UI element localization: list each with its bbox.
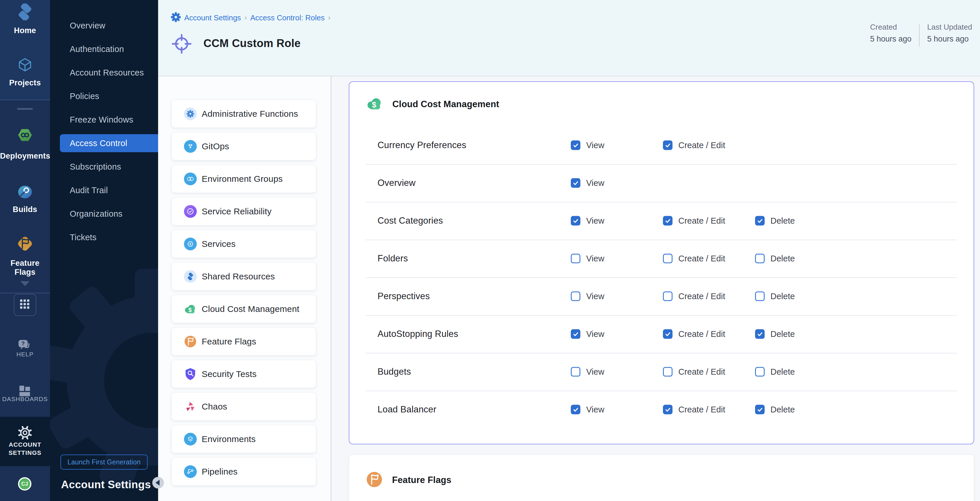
sidebar-item-access-control[interactable]: Access Control: [60, 134, 158, 152]
meta-block: Created5 hours agoLast Updated5 hours ag…: [870, 23, 972, 46]
checkbox-view[interactable]: View: [571, 367, 604, 377]
avatar[interactable]: CJ: [18, 477, 32, 490]
meta-last-updated: Last Updated5 hours ago: [927, 23, 972, 46]
resource-item-cloud-cost-management[interactable]: $Cloud Cost Management: [172, 295, 316, 323]
sidebar-item-account-resources[interactable]: Account Resources: [50, 61, 158, 84]
permission-row-overview: Overview View: [349, 164, 974, 202]
pipelines-icon: [184, 465, 197, 478]
services-icon: [184, 238, 197, 251]
meta-divider: [919, 24, 920, 46]
resource-item-feature-flags[interactable]: Feature Flags: [172, 327, 316, 355]
projects-cube-icon: [0, 57, 50, 74]
sidebar-item-organizations[interactable]: Organizations: [50, 202, 158, 226]
rail-section-dash: [17, 108, 33, 110]
service-reliability-icon: [184, 205, 197, 218]
checkbox-delete[interactable]: Delete: [755, 216, 795, 226]
checkbox-create-edit[interactable]: Create / Edit: [663, 405, 725, 414]
admin-gear-icon: [184, 108, 197, 120]
checkbox-create-edit[interactable]: Create / Edit: [663, 367, 725, 377]
checkbox-view[interactable]: View: [571, 141, 604, 150]
breadcrumb-separator: ›: [328, 14, 331, 22]
resource-item-service-reliability[interactable]: Service Reliability: [172, 197, 316, 225]
builds-sphere-icon: [0, 184, 50, 201]
resource-item-chaos[interactable]: Chaos: [172, 392, 316, 420]
grid-icon: [20, 300, 30, 311]
resource-item-services[interactable]: Services: [172, 230, 316, 258]
resource-item-administrative-functions[interactable]: Administrative Functions: [172, 100, 316, 128]
rail-item-dashboards[interactable]: DASHBOARDS: [0, 385, 50, 403]
permission-row-load-balancer: Load Balancer View Create / Edit Delete: [349, 391, 974, 428]
resource-item-environment-groups[interactable]: Environment Groups: [172, 165, 316, 193]
resource-item-security-tests[interactable]: Security Tests: [172, 360, 316, 388]
launch-first-generation-button[interactable]: Launch First Generation: [60, 455, 148, 469]
rail-item-projects[interactable]: Projects: [0, 57, 50, 87]
checkbox-create-edit[interactable]: Create / Edit: [663, 329, 725, 339]
permission-row-perspectives: Perspectives View Create / Edit Delete: [349, 277, 974, 315]
checkbox-create-edit[interactable]: Create / Edit: [663, 141, 725, 150]
checkbox-create-edit[interactable]: Create / Edit: [663, 216, 725, 226]
sidebar-item-audit-trail[interactable]: Audit Trail: [50, 179, 158, 202]
checkbox-create-edit[interactable]: Create / Edit: [663, 292, 725, 301]
environment-groups-icon: [184, 173, 197, 185]
breadcrumb-account-settings[interactable]: Account Settings: [184, 13, 241, 22]
resource-category-list: Administrative FunctionsGitOpsEnvironmen…: [158, 76, 331, 501]
checkbox-view[interactable]: View: [571, 216, 604, 226]
rail-item-account-settings[interactable]: ACCOUNTSETTINGS: [0, 417, 50, 466]
permission-row-folders: Folders View Create / Edit Delete: [349, 239, 974, 277]
rail-item-deployments[interactable]: Deployments: [0, 127, 50, 161]
sidebar-item-subscriptions[interactable]: Subscriptions: [50, 155, 158, 179]
svg-text:$: $: [372, 100, 376, 109]
app-root: Home Projects Deployments Builds Feature…: [0, 0, 980, 501]
rail-item-home[interactable]: Home: [0, 3, 50, 35]
sidebar-collapse-button[interactable]: [152, 477, 164, 488]
resource-item-shared-resources[interactable]: Shared Resources: [172, 262, 316, 290]
svg-text:?: ?: [22, 340, 25, 347]
sidebar-item-authentication[interactable]: Authentication: [50, 38, 158, 61]
checkbox-delete[interactable]: Delete: [755, 367, 795, 377]
meta-created: Created5 hours ago: [870, 23, 912, 46]
rail-item-builds[interactable]: Builds: [0, 184, 50, 214]
checkbox-view[interactable]: View: [571, 405, 604, 414]
rail-item-feature-flags[interactable]: Feature Flags: [0, 235, 50, 277]
sidebar-item-policies[interactable]: Policies: [50, 84, 158, 108]
gear-icon: [171, 12, 181, 23]
permission-card-feature-flags: Feature Flags: [349, 455, 974, 501]
harness-home-icon: [0, 3, 50, 22]
environments-icon: [184, 433, 197, 446]
checkbox-create-edit[interactable]: Create / Edit: [663, 254, 725, 263]
permission-row-budgets: Budgets View Create / Edit Delete: [349, 353, 974, 391]
permissions-panel: $ Cloud Cost Management Currency Prefere…: [331, 76, 980, 501]
ccm-cloud-icon: $: [366, 97, 383, 111]
checkbox-view[interactable]: View: [571, 178, 604, 188]
breadcrumb: Account Settings › Access Control: Roles…: [171, 12, 331, 23]
permission-row-currency-preferences: Currency Preferences View Create / Edit: [349, 126, 974, 164]
card-title: Cloud Cost Management: [392, 99, 499, 109]
shared-resources-icon: [184, 270, 197, 283]
checkbox-view[interactable]: View: [571, 292, 604, 301]
sidebar-title: Account Settings: [61, 479, 151, 491]
rail-divider: [0, 293, 50, 293]
resource-item-environments[interactable]: Environments: [172, 425, 316, 453]
sidebar-item-tickets[interactable]: Tickets: [50, 226, 158, 249]
resource-item-gitops[interactable]: GitOps: [172, 132, 316, 160]
breadcrumb-separator: ›: [244, 14, 247, 22]
role-target-icon: [172, 34, 192, 55]
page-title: CCM Custom Role: [204, 37, 301, 50]
checkbox-delete[interactable]: Delete: [755, 405, 795, 414]
rail-item-help[interactable]: ? HELP: [0, 339, 50, 358]
sidebar-item-overview[interactable]: Overview: [50, 14, 158, 38]
module-grid-button[interactable]: [14, 294, 36, 316]
breadcrumb-access-control-roles[interactable]: Access Control: Roles: [250, 13, 325, 22]
checkbox-delete[interactable]: Delete: [755, 329, 795, 339]
chaos-pinwheel-icon: [184, 400, 197, 413]
resource-item-pipelines[interactable]: Pipelines: [172, 457, 316, 486]
sidebar-item-freeze-windows[interactable]: Freeze Windows: [50, 108, 158, 132]
modules-chevron-down-icon[interactable]: [0, 281, 50, 286]
checkbox-view[interactable]: View: [571, 329, 604, 339]
checkbox-view[interactable]: View: [571, 254, 604, 263]
checkbox-delete[interactable]: Delete: [755, 292, 795, 301]
checkbox-delete[interactable]: Delete: [755, 254, 795, 263]
page-header: Account Settings › Access Control: Roles…: [158, 0, 980, 76]
settings-sidebar: OverviewAuthenticationAccount ResourcesP…: [50, 0, 158, 501]
permission-row-cost-categories: Cost Categories View Create / Edit Delet…: [349, 202, 974, 239]
